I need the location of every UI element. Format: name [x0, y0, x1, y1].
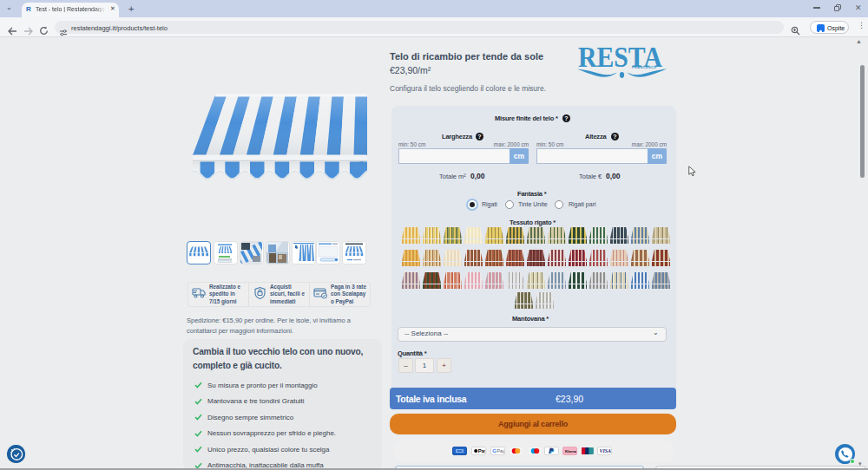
svg-text:Pay: Pay [496, 448, 504, 454]
svg-text:VISA: VISA [599, 448, 611, 454]
svg-text:FRANCESCO: FRANCESCO [632, 65, 657, 69]
svg-text:Pay: Pay [478, 448, 485, 454]
svg-text:Klarna: Klarna [565, 449, 576, 454]
